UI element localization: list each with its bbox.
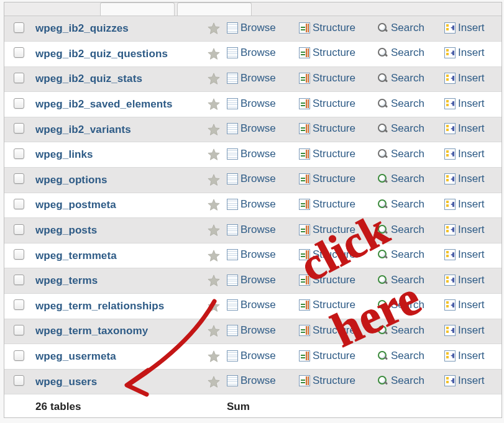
browse-action[interactable]: Browse (227, 299, 276, 311)
table-name-link[interactable]: wpeg_usermeta (33, 350, 116, 362)
insert-action[interactable]: Insert (444, 122, 485, 135)
insert-action[interactable]: Insert (444, 148, 485, 160)
browse-action[interactable]: Browse (227, 198, 276, 211)
browse-action[interactable]: Browse (227, 98, 276, 110)
search-action[interactable]: Search (377, 22, 424, 34)
structure-action[interactable]: Structure (299, 198, 355, 211)
browse-action[interactable]: Browse (227, 173, 276, 185)
favorite-star[interactable] (201, 42, 227, 67)
row-checkbox[interactable] (14, 73, 24, 83)
insert-action[interactable]: Insert (444, 324, 485, 337)
search-action[interactable]: Search (377, 274, 424, 286)
search-action[interactable]: Search (377, 122, 424, 135)
table-name-link[interactable]: wpeg_ib2_variants (33, 124, 131, 135)
browse-action[interactable]: Browse (227, 375, 276, 387)
structure-action[interactable]: Structure (299, 274, 355, 286)
favorite-star[interactable] (201, 66, 227, 92)
browse-action[interactable]: Browse (227, 47, 276, 59)
search-action[interactable]: Search (377, 198, 424, 211)
row-checkbox[interactable] (14, 98, 24, 109)
search-action[interactable]: Search (377, 98, 424, 110)
table-name-link[interactable]: wpeg_ib2_quiz_questions (33, 48, 168, 60)
structure-action[interactable]: Structure (299, 47, 355, 59)
row-checkbox[interactable] (14, 299, 24, 310)
table-name-link[interactable]: wpeg_postmeta (33, 199, 116, 211)
search-action[interactable]: Search (377, 248, 424, 261)
tab-placeholder[interactable] (177, 2, 252, 16)
row-checkbox[interactable] (14, 224, 24, 235)
structure-action[interactable]: Structure (299, 173, 355, 185)
structure-action[interactable]: Structure (299, 299, 355, 311)
search-action[interactable]: Search (377, 350, 424, 362)
row-checkbox[interactable] (14, 375, 24, 386)
row-checkbox[interactable] (14, 47, 24, 58)
favorite-star[interactable] (201, 218, 227, 243)
structure-action[interactable]: Structure (299, 122, 355, 135)
favorite-star[interactable] (201, 243, 227, 268)
browse-action[interactable]: Browse (227, 22, 276, 34)
table-name-link[interactable]: wpeg_ib2_saved_elements (33, 98, 173, 110)
insert-action[interactable]: Insert (444, 173, 485, 185)
favorite-star[interactable] (201, 142, 227, 168)
structure-action[interactable]: Structure (299, 22, 355, 34)
insert-action[interactable]: Insert (444, 350, 485, 362)
row-checkbox[interactable] (14, 123, 24, 134)
row-checkbox[interactable] (14, 199, 24, 209)
insert-action[interactable]: Insert (444, 198, 485, 211)
browse-action[interactable]: Browse (227, 148, 276, 160)
insert-action[interactable]: Insert (444, 299, 485, 311)
search-action[interactable]: Search (377, 148, 424, 160)
table-name-link[interactable]: wpeg_termmeta (33, 250, 117, 262)
table-name-link[interactable]: wpeg_ib2_quiz_stats (33, 73, 142, 84)
table-name-link[interactable]: wpeg_ib2_quizzes (33, 22, 129, 34)
row-checkbox[interactable] (14, 22, 24, 33)
table-name-link[interactable]: wpeg_posts (33, 224, 97, 236)
insert-action[interactable]: Insert (444, 47, 485, 59)
favorite-star[interactable] (201, 117, 227, 142)
row-checkbox[interactable] (14, 173, 24, 184)
search-action[interactable]: Search (377, 324, 424, 337)
favorite-star[interactable] (201, 193, 227, 218)
row-checkbox[interactable] (14, 249, 24, 260)
browse-action[interactable]: Browse (227, 72, 276, 84)
browse-action[interactable]: Browse (227, 274, 276, 286)
search-action[interactable]: Search (377, 299, 424, 311)
favorite-star[interactable] (201, 168, 227, 193)
insert-action[interactable]: Insert (444, 248, 485, 261)
table-name-link[interactable]: wpeg_options (33, 174, 107, 186)
tab-placeholder[interactable] (100, 2, 175, 16)
favorite-star[interactable] (201, 344, 227, 370)
search-action[interactable]: Search (377, 224, 424, 236)
structure-action[interactable]: Structure (299, 350, 355, 362)
search-action[interactable]: Search (377, 375, 424, 387)
row-checkbox[interactable] (14, 350, 24, 361)
structure-action[interactable]: Structure (299, 224, 355, 236)
search-action[interactable]: Search (377, 72, 424, 84)
insert-action[interactable]: Insert (444, 375, 485, 387)
row-checkbox[interactable] (14, 275, 24, 285)
favorite-star[interactable] (201, 92, 227, 117)
browse-action[interactable]: Browse (227, 324, 276, 337)
row-checkbox[interactable] (14, 325, 24, 335)
insert-action[interactable]: Insert (444, 224, 485, 236)
favorite-star[interactable] (201, 369, 227, 394)
row-checkbox[interactable] (14, 148, 24, 159)
search-action[interactable]: Search (377, 47, 424, 59)
search-action[interactable]: Search (377, 173, 424, 185)
table-name-link[interactable]: wpeg_links (33, 148, 93, 160)
table-name-link[interactable]: wpeg_users (33, 376, 97, 388)
favorite-star[interactable] (201, 319, 227, 344)
structure-action[interactable]: Structure (299, 248, 355, 261)
structure-action[interactable]: Structure (299, 148, 355, 160)
insert-action[interactable]: Insert (444, 274, 485, 286)
browse-action[interactable]: Browse (227, 248, 276, 261)
table-name-link[interactable]: wpeg_term_taxonomy (33, 325, 148, 337)
favorite-star[interactable] (201, 294, 227, 319)
favorite-star[interactable] (201, 268, 227, 294)
browse-action[interactable]: Browse (227, 122, 276, 135)
table-name-link[interactable]: wpeg_terms (33, 275, 98, 286)
structure-action[interactable]: Structure (299, 375, 355, 387)
table-name-link[interactable]: wpeg_term_relationships (33, 300, 164, 312)
browse-action[interactable]: Browse (227, 224, 276, 236)
favorite-star[interactable] (201, 16, 227, 42)
